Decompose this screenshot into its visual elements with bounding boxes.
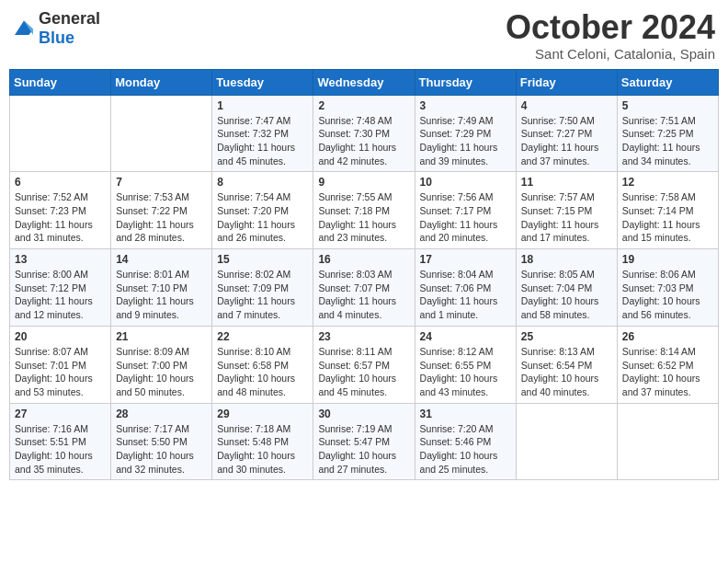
- calendar-cell: 7Sunrise: 7:53 AMSunset: 7:22 PMDaylight…: [111, 172, 212, 249]
- day-info: Sunrise: 8:03 AMSunset: 7:07 PMDaylight:…: [318, 268, 409, 322]
- logo-icon: [13, 19, 35, 38]
- weekday-header-sunday: Sunday: [10, 69, 111, 95]
- calendar-week-3: 13Sunrise: 8:00 AMSunset: 7:12 PMDayligh…: [10, 249, 719, 327]
- day-info: Sunrise: 8:13 AMSunset: 6:54 PMDaylight:…: [521, 345, 612, 399]
- calendar-cell: 23Sunrise: 8:11 AMSunset: 6:57 PMDayligh…: [313, 326, 415, 403]
- logo-blue: Blue: [39, 29, 74, 47]
- day-number: 1: [217, 99, 308, 112]
- calendar-cell: 9Sunrise: 7:55 AMSunset: 7:18 PMDaylight…: [313, 172, 415, 249]
- day-info: Sunrise: 8:02 AMSunset: 7:09 PMDaylight:…: [217, 268, 308, 322]
- day-number: 6: [15, 176, 106, 189]
- day-info: Sunrise: 8:12 AMSunset: 6:55 PMDaylight:…: [420, 345, 511, 399]
- calendar-cell: 18Sunrise: 8:05 AMSunset: 7:04 PMDayligh…: [516, 249, 617, 327]
- calendar-cell: 11Sunrise: 7:57 AMSunset: 7:15 PMDayligh…: [516, 172, 617, 249]
- day-info: Sunrise: 8:11 AMSunset: 6:57 PMDaylight:…: [318, 345, 409, 399]
- day-number: 15: [217, 253, 308, 266]
- calendar-table: SundayMondayTuesdayWednesdayThursdayFrid…: [9, 69, 719, 481]
- weekday-header-row: SundayMondayTuesdayWednesdayThursdayFrid…: [10, 69, 719, 95]
- day-number: 4: [521, 99, 612, 112]
- day-info: Sunrise: 7:53 AMSunset: 7:22 PMDaylight:…: [116, 190, 207, 245]
- day-number: 22: [217, 330, 308, 343]
- day-info: Sunrise: 7:19 AMSunset: 5:47 PMDaylight:…: [318, 422, 409, 477]
- day-info: Sunrise: 7:20 AMSunset: 5:46 PMDaylight:…: [420, 422, 511, 477]
- calendar-cell: 12Sunrise: 7:58 AMSunset: 7:14 PMDayligh…: [617, 172, 718, 249]
- calendar-cell: 21Sunrise: 8:09 AMSunset: 7:00 PMDayligh…: [111, 326, 212, 403]
- calendar-cell: 22Sunrise: 8:10 AMSunset: 6:58 PMDayligh…: [212, 326, 313, 403]
- day-number: 14: [116, 253, 207, 266]
- day-number: 20: [15, 330, 106, 343]
- calendar-cell: 26Sunrise: 8:14 AMSunset: 6:52 PMDayligh…: [617, 326, 718, 403]
- title-block: October 2024 Sant Celoni, Catalonia, Spa…: [506, 9, 715, 62]
- day-number: 21: [116, 330, 207, 343]
- day-number: 11: [521, 176, 612, 189]
- day-info: Sunrise: 7:49 AMSunset: 7:29 PMDaylight:…: [420, 114, 511, 168]
- day-info: Sunrise: 7:58 AMSunset: 7:14 PMDaylight:…: [622, 190, 713, 245]
- day-info: Sunrise: 8:10 AMSunset: 6:58 PMDaylight:…: [217, 345, 308, 399]
- day-info: Sunrise: 7:55 AMSunset: 7:18 PMDaylight:…: [318, 190, 409, 245]
- calendar-cell: 19Sunrise: 8:06 AMSunset: 7:03 PMDayligh…: [617, 249, 718, 327]
- day-number: 30: [318, 408, 409, 420]
- calendar-week-2: 6Sunrise: 7:52 AMSunset: 7:23 PMDaylight…: [10, 172, 719, 249]
- day-number: 8: [217, 176, 308, 189]
- calendar-week-4: 20Sunrise: 8:07 AMSunset: 7:01 PMDayligh…: [10, 326, 719, 403]
- day-info: Sunrise: 7:18 AMSunset: 5:48 PMDaylight:…: [217, 422, 308, 477]
- day-number: 25: [521, 330, 612, 343]
- day-info: Sunrise: 8:14 AMSunset: 6:52 PMDaylight:…: [622, 345, 713, 399]
- calendar-cell: 24Sunrise: 8:12 AMSunset: 6:55 PMDayligh…: [415, 326, 516, 403]
- day-info: Sunrise: 7:56 AMSunset: 7:17 PMDaylight:…: [420, 190, 511, 245]
- day-number: 13: [15, 253, 106, 266]
- weekday-header-wednesday: Wednesday: [313, 69, 415, 95]
- calendar-cell: [10, 95, 111, 172]
- calendar-cell: 31Sunrise: 7:20 AMSunset: 5:46 PMDayligh…: [415, 403, 516, 480]
- calendar-cell: 27Sunrise: 7:16 AMSunset: 5:51 PMDayligh…: [10, 403, 111, 480]
- calendar-week-1: 1Sunrise: 7:47 AMSunset: 7:32 PMDaylight…: [10, 95, 719, 172]
- day-info: Sunrise: 7:50 AMSunset: 7:27 PMDaylight:…: [521, 114, 612, 168]
- day-info: Sunrise: 8:01 AMSunset: 7:10 PMDaylight:…: [116, 268, 207, 322]
- day-number: 23: [318, 330, 409, 343]
- month-title: October 2024: [506, 9, 715, 46]
- location-title: Sant Celoni, Catalonia, Spain: [506, 46, 715, 62]
- day-info: Sunrise: 7:48 AMSunset: 7:30 PMDaylight:…: [318, 114, 409, 168]
- weekday-header-monday: Monday: [111, 69, 212, 95]
- calendar-cell: 30Sunrise: 7:19 AMSunset: 5:47 PMDayligh…: [313, 403, 415, 480]
- day-number: 17: [420, 253, 511, 266]
- calendar-cell: 15Sunrise: 8:02 AMSunset: 7:09 PMDayligh…: [212, 249, 313, 327]
- weekday-header-saturday: Saturday: [617, 69, 718, 95]
- day-info: Sunrise: 8:04 AMSunset: 7:06 PMDaylight:…: [420, 268, 511, 322]
- weekday-header-thursday: Thursday: [415, 69, 516, 95]
- weekday-header-tuesday: Tuesday: [212, 69, 313, 95]
- day-number: 27: [15, 408, 106, 420]
- day-number: 12: [622, 176, 713, 189]
- day-info: Sunrise: 7:16 AMSunset: 5:51 PMDaylight:…: [15, 422, 106, 477]
- day-number: 7: [116, 176, 207, 189]
- day-info: Sunrise: 7:52 AMSunset: 7:23 PMDaylight:…: [15, 190, 106, 245]
- day-info: Sunrise: 7:54 AMSunset: 7:20 PMDaylight:…: [217, 190, 308, 245]
- logo: General Blue: [13, 9, 100, 48]
- calendar-cell: 10Sunrise: 7:56 AMSunset: 7:17 PMDayligh…: [415, 172, 516, 249]
- day-number: 29: [217, 408, 308, 420]
- calendar-cell: 3Sunrise: 7:49 AMSunset: 7:29 PMDaylight…: [415, 95, 516, 172]
- calendar-cell: 14Sunrise: 8:01 AMSunset: 7:10 PMDayligh…: [111, 249, 212, 327]
- day-number: 31: [420, 408, 511, 420]
- day-number: 5: [622, 99, 713, 112]
- logo-general: General: [39, 9, 100, 28]
- calendar-cell: 17Sunrise: 8:04 AMSunset: 7:06 PMDayligh…: [415, 249, 516, 327]
- calendar-cell: [111, 95, 212, 172]
- day-number: 16: [318, 253, 409, 266]
- calendar-cell: 5Sunrise: 7:51 AMSunset: 7:25 PMDaylight…: [617, 95, 718, 172]
- calendar-cell: [617, 403, 718, 480]
- day-info: Sunrise: 8:05 AMSunset: 7:04 PMDaylight:…: [521, 268, 612, 322]
- day-info: Sunrise: 8:06 AMSunset: 7:03 PMDaylight:…: [622, 268, 713, 322]
- calendar-cell: 1Sunrise: 7:47 AMSunset: 7:32 PMDaylight…: [212, 95, 313, 172]
- day-info: Sunrise: 7:51 AMSunset: 7:25 PMDaylight:…: [622, 114, 713, 168]
- calendar-cell: 6Sunrise: 7:52 AMSunset: 7:23 PMDaylight…: [10, 172, 111, 249]
- day-number: 24: [420, 330, 511, 343]
- calendar-cell: 29Sunrise: 7:18 AMSunset: 5:48 PMDayligh…: [212, 403, 313, 480]
- calendar-cell: 20Sunrise: 8:07 AMSunset: 7:01 PMDayligh…: [10, 326, 111, 403]
- day-number: 2: [318, 99, 409, 112]
- day-number: 9: [318, 176, 409, 189]
- day-info: Sunrise: 7:17 AMSunset: 5:50 PMDaylight:…: [116, 422, 207, 477]
- calendar-cell: 28Sunrise: 7:17 AMSunset: 5:50 PMDayligh…: [111, 403, 212, 480]
- calendar-cell: 16Sunrise: 8:03 AMSunset: 7:07 PMDayligh…: [313, 249, 415, 327]
- page-header: General Blue October 2024 Sant Celoni, C…: [9, 9, 719, 62]
